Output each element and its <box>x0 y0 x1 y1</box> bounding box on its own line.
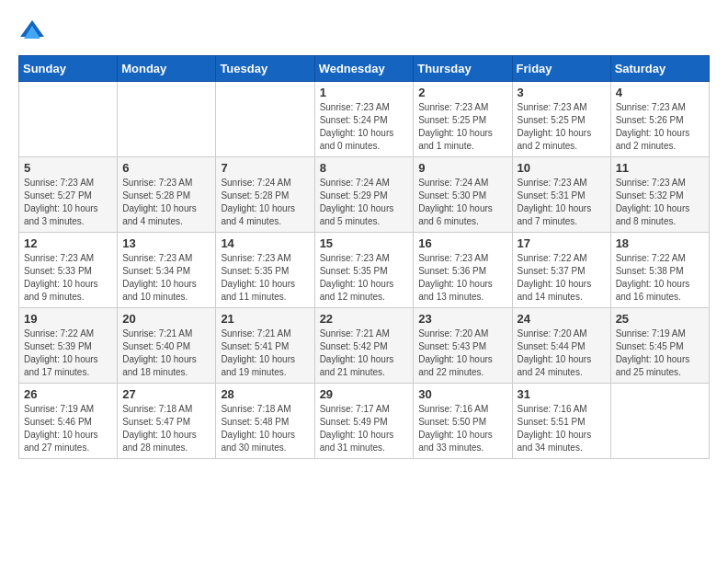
weekday-header-saturday: Saturday <box>610 56 709 82</box>
day-number: 26 <box>24 387 112 401</box>
calendar-cell: 29Sunrise: 7:17 AM Sunset: 5:49 PM Dayli… <box>314 384 414 459</box>
day-info: Sunrise: 7:22 AM Sunset: 5:39 PM Dayligh… <box>24 327 112 379</box>
day-info: Sunrise: 7:20 AM Sunset: 5:43 PM Dayligh… <box>418 327 506 379</box>
weekday-header-wednesday: Wednesday <box>314 56 414 82</box>
calendar-cell: 12Sunrise: 7:23 AM Sunset: 5:33 PM Dayli… <box>19 233 118 308</box>
day-info: Sunrise: 7:23 AM Sunset: 5:25 PM Dayligh… <box>418 101 506 153</box>
day-info: Sunrise: 7:16 AM Sunset: 5:51 PM Dayligh… <box>518 403 606 454</box>
weekday-header-tuesday: Tuesday <box>216 56 314 82</box>
day-number: 25 <box>616 312 704 326</box>
calendar-cell: 23Sunrise: 7:20 AM Sunset: 5:43 PM Dayli… <box>414 308 512 384</box>
day-info: Sunrise: 7:17 AM Sunset: 5:49 PM Dayligh… <box>320 403 409 454</box>
day-info: Sunrise: 7:21 AM Sunset: 5:40 PM Dayligh… <box>122 327 210 379</box>
day-info: Sunrise: 7:21 AM Sunset: 5:41 PM Dayligh… <box>221 327 309 379</box>
day-number: 16 <box>418 236 506 250</box>
day-number: 10 <box>518 161 606 175</box>
calendar-cell: 10Sunrise: 7:23 AM Sunset: 5:31 PM Dayli… <box>512 157 610 233</box>
day-info: Sunrise: 7:23 AM Sunset: 5:35 PM Dayligh… <box>221 252 309 304</box>
day-info: Sunrise: 7:24 AM Sunset: 5:29 PM Dayligh… <box>320 177 409 228</box>
day-info: Sunrise: 7:24 AM Sunset: 5:28 PM Dayligh… <box>221 177 309 228</box>
day-info: Sunrise: 7:23 AM Sunset: 5:33 PM Dayligh… <box>24 252 112 304</box>
calendar-cell: 14Sunrise: 7:23 AM Sunset: 5:35 PM Dayli… <box>216 233 314 308</box>
calendar-cell: 17Sunrise: 7:22 AM Sunset: 5:37 PM Dayli… <box>512 233 610 308</box>
day-info: Sunrise: 7:23 AM Sunset: 5:26 PM Dayligh… <box>616 101 704 153</box>
calendar-cell: 16Sunrise: 7:23 AM Sunset: 5:36 PM Dayli… <box>414 233 512 308</box>
day-info: Sunrise: 7:19 AM Sunset: 5:46 PM Dayligh… <box>24 403 112 454</box>
day-number: 19 <box>24 312 112 326</box>
calendar-cell: 25Sunrise: 7:19 AM Sunset: 5:45 PM Dayli… <box>610 308 709 384</box>
day-info: Sunrise: 7:23 AM Sunset: 5:31 PM Dayligh… <box>518 177 606 228</box>
day-info: Sunrise: 7:18 AM Sunset: 5:48 PM Dayligh… <box>221 403 309 454</box>
day-number: 4 <box>616 86 704 99</box>
logo <box>18 18 50 46</box>
day-info: Sunrise: 7:23 AM Sunset: 5:35 PM Dayligh… <box>320 252 409 304</box>
calendar-cell: 31Sunrise: 7:16 AM Sunset: 5:51 PM Dayli… <box>512 384 610 459</box>
calendar-cell: 21Sunrise: 7:21 AM Sunset: 5:41 PM Dayli… <box>216 308 314 384</box>
day-number: 30 <box>418 387 506 401</box>
calendar-cell: 8Sunrise: 7:24 AM Sunset: 5:29 PM Daylig… <box>314 157 414 233</box>
day-number: 11 <box>616 161 704 175</box>
day-number: 24 <box>518 312 606 326</box>
day-info: Sunrise: 7:23 AM Sunset: 5:24 PM Dayligh… <box>320 101 409 153</box>
day-info: Sunrise: 7:23 AM Sunset: 5:34 PM Dayligh… <box>122 252 210 304</box>
calendar-cell: 19Sunrise: 7:22 AM Sunset: 5:39 PM Dayli… <box>19 308 118 384</box>
day-number: 20 <box>122 312 210 326</box>
calendar-week-row: 19Sunrise: 7:22 AM Sunset: 5:39 PM Dayli… <box>19 308 710 384</box>
weekday-header-thursday: Thursday <box>414 56 512 82</box>
calendar-cell: 9Sunrise: 7:24 AM Sunset: 5:30 PM Daylig… <box>414 157 512 233</box>
day-number: 5 <box>24 161 112 175</box>
day-number: 9 <box>418 161 506 175</box>
weekday-header-sunday: Sunday <box>19 56 118 82</box>
calendar-cell: 20Sunrise: 7:21 AM Sunset: 5:40 PM Dayli… <box>118 308 216 384</box>
calendar-week-row: 26Sunrise: 7:19 AM Sunset: 5:46 PM Dayli… <box>19 384 710 459</box>
day-number: 31 <box>518 387 606 401</box>
day-info: Sunrise: 7:23 AM Sunset: 5:36 PM Dayligh… <box>418 252 506 304</box>
weekday-header-monday: Monday <box>118 56 216 82</box>
calendar-cell: 27Sunrise: 7:18 AM Sunset: 5:47 PM Dayli… <box>118 384 216 459</box>
day-number: 29 <box>320 387 409 401</box>
calendar-cell: 18Sunrise: 7:22 AM Sunset: 5:38 PM Dayli… <box>610 233 709 308</box>
day-info: Sunrise: 7:22 AM Sunset: 5:37 PM Dayligh… <box>518 252 606 304</box>
day-number: 22 <box>320 312 409 326</box>
day-info: Sunrise: 7:23 AM Sunset: 5:27 PM Dayligh… <box>24 177 112 228</box>
calendar-cell: 13Sunrise: 7:23 AM Sunset: 5:34 PM Dayli… <box>118 233 216 308</box>
day-info: Sunrise: 7:16 AM Sunset: 5:50 PM Dayligh… <box>418 403 506 454</box>
calendar-cell: 7Sunrise: 7:24 AM Sunset: 5:28 PM Daylig… <box>216 157 314 233</box>
logo-icon <box>18 18 46 46</box>
calendar-cell: 26Sunrise: 7:19 AM Sunset: 5:46 PM Dayli… <box>19 384 118 459</box>
calendar-cell <box>610 384 709 459</box>
calendar-cell: 4Sunrise: 7:23 AM Sunset: 5:26 PM Daylig… <box>610 82 709 157</box>
calendar-week-row: 12Sunrise: 7:23 AM Sunset: 5:33 PM Dayli… <box>19 233 710 308</box>
calendar-cell <box>19 82 118 157</box>
day-number: 21 <box>221 312 309 326</box>
calendar-cell: 22Sunrise: 7:21 AM Sunset: 5:42 PM Dayli… <box>314 308 414 384</box>
weekday-header-friday: Friday <box>512 56 610 82</box>
calendar-cell <box>118 82 216 157</box>
day-info: Sunrise: 7:18 AM Sunset: 5:47 PM Dayligh… <box>122 403 210 454</box>
day-number: 15 <box>320 236 409 250</box>
calendar-cell: 24Sunrise: 7:20 AM Sunset: 5:44 PM Dayli… <box>512 308 610 384</box>
day-info: Sunrise: 7:20 AM Sunset: 5:44 PM Dayligh… <box>518 327 606 379</box>
calendar-table: SundayMondayTuesdayWednesdayThursdayFrid… <box>18 55 710 459</box>
day-number: 13 <box>122 236 210 250</box>
day-number: 27 <box>122 387 210 401</box>
day-info: Sunrise: 7:21 AM Sunset: 5:42 PM Dayligh… <box>320 327 409 379</box>
calendar-cell: 5Sunrise: 7:23 AM Sunset: 5:27 PM Daylig… <box>19 157 118 233</box>
calendar-week-row: 1Sunrise: 7:23 AM Sunset: 5:24 PM Daylig… <box>19 82 710 157</box>
day-number: 18 <box>616 236 704 250</box>
day-number: 7 <box>221 161 309 175</box>
day-number: 23 <box>418 312 506 326</box>
day-info: Sunrise: 7:23 AM Sunset: 5:25 PM Dayligh… <box>518 101 606 153</box>
day-number: 3 <box>518 86 606 99</box>
day-number: 6 <box>122 161 210 175</box>
calendar-cell: 3Sunrise: 7:23 AM Sunset: 5:25 PM Daylig… <box>512 82 610 157</box>
calendar-cell: 28Sunrise: 7:18 AM Sunset: 5:48 PM Dayli… <box>216 384 314 459</box>
calendar-cell: 6Sunrise: 7:23 AM Sunset: 5:28 PM Daylig… <box>118 157 216 233</box>
weekday-header-row: SundayMondayTuesdayWednesdayThursdayFrid… <box>19 56 710 82</box>
day-info: Sunrise: 7:23 AM Sunset: 5:28 PM Dayligh… <box>122 177 210 228</box>
day-info: Sunrise: 7:24 AM Sunset: 5:30 PM Dayligh… <box>418 177 506 228</box>
day-number: 28 <box>221 387 309 401</box>
day-number: 12 <box>24 236 112 250</box>
day-info: Sunrise: 7:19 AM Sunset: 5:45 PM Dayligh… <box>616 327 704 379</box>
calendar-cell: 1Sunrise: 7:23 AM Sunset: 5:24 PM Daylig… <box>314 82 414 157</box>
